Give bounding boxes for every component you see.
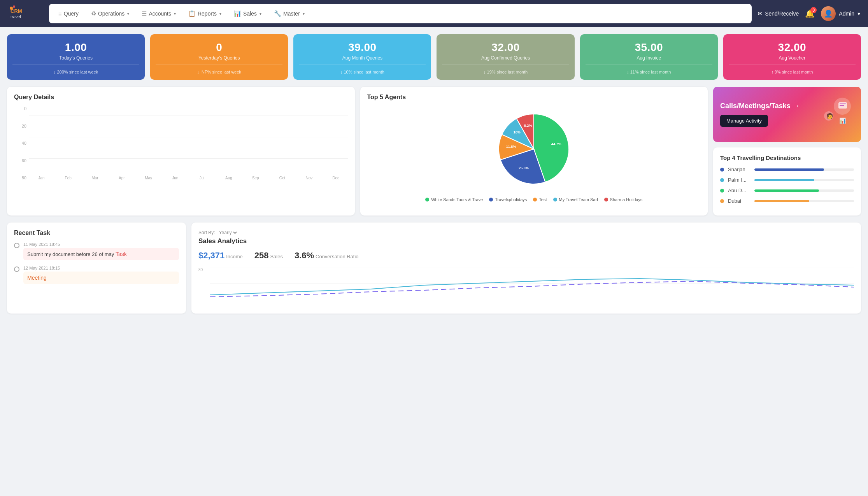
nav-operations-label: Operations — [98, 11, 125, 17]
destination-bar-bg — [754, 168, 854, 171]
destinations-card: Top 4 Travelling Destinations Sharjah Pa… — [713, 147, 861, 216]
stat-card-aug-voucher: 32.00 Aug Voucher ↑ 9% since last month — [723, 34, 861, 80]
task-time: 11 May 2021 18:45 — [23, 242, 179, 247]
legend-label: Travelxpholidays — [495, 197, 527, 202]
avatar: 👤 — [821, 6, 836, 21]
nav-accounts-label: Accounts — [149, 11, 171, 17]
nav-query[interactable]: ≡ Query — [53, 8, 84, 19]
task-radio[interactable] — [14, 243, 19, 248]
stat-card-yesterday-queries: 0 Yesterday's Queries ↓ INF% since last … — [150, 34, 288, 80]
legend-dot — [533, 198, 537, 202]
svg-rect-8 — [840, 105, 844, 106]
legend-item: Travelxpholidays — [489, 197, 527, 202]
nav-query-label: Query — [64, 11, 79, 17]
calls-title: Calls/Meetings/Tasks → — [720, 102, 800, 110]
stat-change: ↓ 11% since last month — [627, 70, 671, 74]
task-text: Submit my document before 26 of may — [27, 251, 114, 257]
stat-change: ↓ 10% since last month — [340, 70, 384, 74]
nav-accounts[interactable]: ☰ Accounts ▾ — [136, 8, 181, 19]
task-radio[interactable] — [14, 266, 19, 272]
header-right: ✉ Send/Receive 🔔 0 👤 Admin ▾ — [758, 6, 860, 21]
destination-item: Sharjah — [720, 167, 854, 172]
conv-value: 3.6% — [295, 251, 314, 260]
query-icon: ≡ — [58, 11, 62, 17]
pie-label: 25.3% — [519, 166, 529, 170]
destination-bar-bg — [754, 200, 854, 202]
svg-rect-7 — [840, 103, 846, 104]
destination-dot — [720, 189, 724, 193]
task-time: 12 May 2021 18:15 — [23, 266, 179, 270]
destination-name: Sharjah — [728, 167, 751, 172]
stat-change: ↓ INF% since last week — [197, 70, 241, 74]
top-agents-card: Top 5 Agents 44.7%25.3%11.8%10%8.2% Whit… — [360, 87, 708, 216]
lower-grid: Query Details 80 60 40 20 0 JanFebMarApr… — [7, 87, 861, 216]
task-item: 12 May 2021 18:15 Meeting — [14, 266, 179, 284]
task-item: 11 May 2021 18:45 Submit my document bef… — [14, 242, 179, 260]
nav-bar: ≡ Query ♻ Operations ▾ ☰ Accounts ▾ 📋 Re… — [49, 4, 752, 23]
nav-master[interactable]: 🔧 Master ▾ — [268, 8, 310, 19]
bars-container: JanFebMarAprMayJunJulAugSepOctNovDec — [30, 106, 348, 180]
pie-label: 8.2% — [524, 124, 532, 128]
chevron-down-icon: ▾ — [174, 12, 176, 16]
grid-line — [29, 158, 348, 159]
chevron-down-icon: ▾ — [127, 12, 129, 16]
stat-cards-row: 1.00 Today's Queries ↓ 200% since last w… — [7, 34, 861, 80]
accounts-icon: ☰ — [142, 10, 147, 17]
nav-operations[interactable]: ♻ Operations ▾ — [86, 8, 135, 19]
stat-label: Aug Invoice — [637, 55, 661, 61]
stat-card-aug-invoice: 35.00 Aug Invoice ↓ 11% since last month — [580, 34, 718, 80]
agents-title: Top 5 Agents — [367, 94, 701, 101]
chevron-down-icon: ▾ — [303, 12, 305, 16]
bar-col: Apr — [110, 173, 133, 180]
stat-divider — [442, 65, 569, 65]
nav-reports[interactable]: 📋 Reports ▾ — [183, 8, 227, 19]
admin-label: Admin — [839, 11, 854, 17]
chevron-down-icon: ▾ — [219, 12, 221, 16]
stat-value: 1.00 — [65, 41, 87, 54]
svg-text:📊: 📊 — [839, 117, 846, 124]
bar-chart: 80 60 40 20 0 JanFebMarAprMayJunJulAugSe… — [14, 106, 348, 192]
destination-bar-fill — [754, 189, 819, 192]
destinations-list: Sharjah Palm I... Abu D... Dubai — [720, 167, 854, 204]
sales-value: 258 — [254, 251, 269, 260]
bar-col: Mar — [83, 173, 107, 180]
sales-analytics-card: Sort By: Yearly Sales Analytics $2,371 I… — [191, 223, 861, 314]
conv-label: Conversation Ratio — [316, 254, 359, 259]
bar-col: Dec — [324, 173, 348, 180]
query-details-card: Query Details 80 60 40 20 0 JanFebMarApr… — [7, 87, 355, 216]
stat-change: ↓ 19% since last month — [484, 70, 528, 74]
send-receive-button[interactable]: ✉ Send/Receive — [758, 11, 799, 17]
stat-label: Aug Voucher — [779, 55, 806, 61]
meeting-link[interactable]: Meeting — [27, 275, 47, 281]
stat-label: Aug Confirmed Queries — [481, 55, 530, 61]
legend-dot — [604, 198, 608, 202]
stat-card-today-queries: 1.00 Today's Queries ↓ 200% since last w… — [7, 34, 145, 80]
chevron-down-icon: ▾ — [260, 12, 261, 16]
stat-value: 35.00 — [635, 41, 663, 54]
pie-chart-svg: 44.7%25.3%11.8%10%8.2% — [475, 106, 592, 192]
stat-divider — [586, 65, 712, 65]
bar-col: Jun — [163, 173, 187, 180]
task-link[interactable]: Task — [116, 251, 127, 257]
manage-activity-button[interactable]: Manage Activity — [720, 115, 768, 127]
stat-value: 0 — [216, 41, 222, 54]
stat-divider — [12, 65, 139, 65]
stat-value: 32.00 — [491, 41, 520, 54]
chevron-down-icon: ▾ — [857, 11, 860, 17]
nav-sales[interactable]: 📊 Sales ▾ — [228, 8, 267, 19]
sort-select[interactable]: Yearly — [217, 230, 238, 236]
operations-icon: ♻ — [91, 10, 96, 17]
bar-col: Oct — [270, 173, 294, 180]
grid-line — [29, 137, 348, 137]
master-icon: 🔧 — [274, 10, 281, 17]
user-menu[interactable]: 👤 Admin ▾ — [821, 6, 860, 21]
destination-item: Abu D... — [720, 188, 854, 193]
logo-area: CRM travel — [8, 4, 43, 23]
svg-point-4 — [13, 5, 15, 8]
bar-col: Jan — [30, 173, 53, 180]
task-highlight: Submit my document before 26 of may Task — [23, 248, 179, 260]
right-column: Calls/Meetings/Tasks → Manage Activity 🧑… — [713, 87, 861, 216]
sales-title: Sales Analytics — [198, 237, 854, 245]
notifications-bell[interactable]: 🔔 0 — [805, 9, 815, 18]
stat-value: 39.00 — [348, 41, 377, 54]
